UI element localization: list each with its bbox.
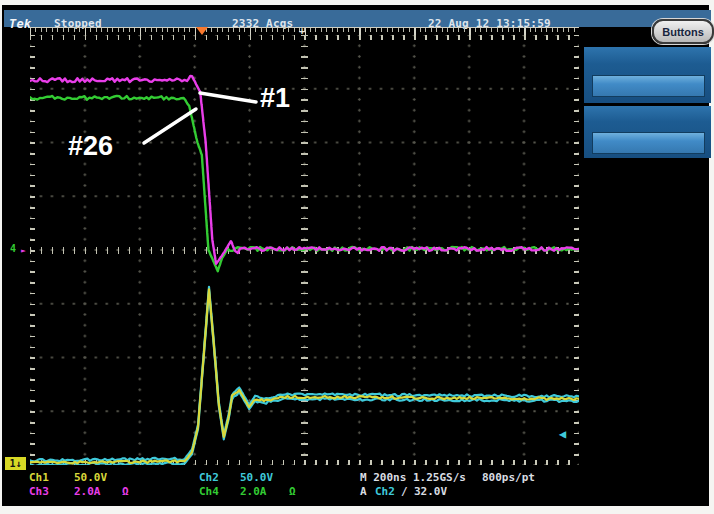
ch2-scale: 50.0V [240,471,273,484]
ch3-ground-marker: ► [21,246,26,256]
trace-ch1-voltage [30,289,579,463]
ch4-coupling-icon: Ω [289,485,296,498]
buttons-button[interactable]: Buttons [652,19,714,44]
trigger-source: Ch2 [375,485,395,498]
header-bar: Tek Stopped 2332 Acqs 22 Aug 12 13:15:59 [4,10,711,27]
trigger-mode: A [360,485,367,498]
ch4-ground-marker: 4 [10,244,16,254]
annotation-leader-line-2 [144,109,196,143]
trace-ch3-current [30,76,579,264]
timebase-readout: M 200ns 1.25GS/s [360,471,466,484]
trigger-level: 32.0V [414,485,447,498]
ch2-label: Ch2 [199,471,219,484]
ch3-coupling-icon: Ω [122,485,129,498]
side-menu-button-1[interactable] [592,75,705,97]
buttons-button-label: Buttons [662,26,704,38]
scope-screen: Tek Stopped 2332 Acqs 22 Aug 12 13:15:59… [2,5,709,506]
ch1-scale: 50.0V [74,471,107,484]
waveform-traces [30,35,579,465]
trace-ch4-current [30,96,579,271]
ch1-label: Ch1 [29,471,49,484]
annotation-pulse-26: #26 [68,131,113,162]
trigger-level-arrow-icon[interactable]: ◀ [559,429,566,439]
annotation-leader-line-1 [200,93,256,102]
ch3-scale: 2.0A [74,485,101,498]
side-menu-panel-1 [584,47,711,103]
sample-resolution-readout: 800ps/pt [482,471,535,484]
side-menu-panel-2 [584,106,711,158]
trace-ch2-voltage [30,287,579,462]
ch4-label: Ch4 [199,485,219,498]
tek-logo: Tek [9,17,31,31]
trigger-position-icon[interactable] [196,27,208,35]
trigger-slope-icon: ∕ [401,485,408,498]
graticule: #1 #26 [30,35,579,465]
oscilloscope-screenshot: Tek Stopped 2332 Acqs 22 Aug 12 13:15:59… [0,0,714,514]
ch4-scale: 2.0A [240,485,267,498]
side-menu-button-2[interactable] [592,132,705,154]
ch1-ground-marker: 1↓ [5,457,26,470]
trace-ch2-voltage [30,291,579,465]
ch3-label: Ch3 [29,485,49,498]
annotation-pulse-1: #1 [260,83,290,114]
